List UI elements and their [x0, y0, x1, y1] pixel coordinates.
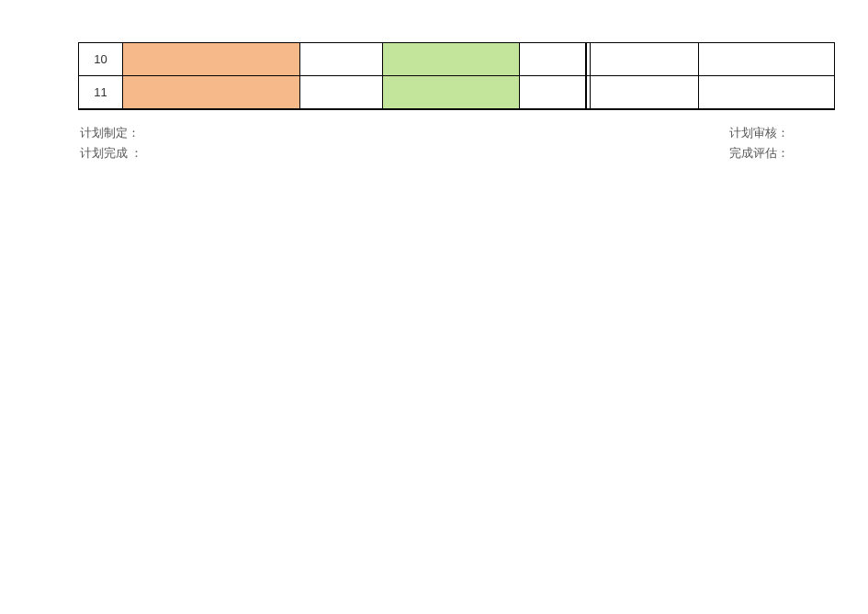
cell-orange [122, 43, 299, 76]
plan-table: 10 11 [78, 42, 835, 110]
cell-green [382, 43, 520, 76]
plan-complete-label: 计划完成 ： [80, 143, 142, 163]
cell-orange [122, 76, 299, 109]
label-row: 计划完成 ： 完成评估： [80, 143, 835, 163]
cell-blank [591, 76, 699, 109]
cell-blank [299, 43, 382, 76]
cell-blank [699, 76, 835, 109]
cell-green [382, 76, 520, 109]
label-row: 计划制定： 计划审核： [80, 123, 835, 143]
cell-blank [520, 76, 586, 109]
plan-review-label: 计划审核： [729, 123, 789, 143]
table: 10 11 [78, 42, 835, 110]
row-number: 10 [79, 43, 123, 76]
table-row: 11 [79, 76, 835, 109]
cell-blank [591, 43, 699, 76]
cell-blank [520, 43, 586, 76]
cell-blank [299, 76, 382, 109]
cell-blank [699, 43, 835, 76]
complete-eval-label: 完成评估： [729, 143, 789, 163]
table-row: 10 [79, 43, 835, 76]
footer-labels: 计划制定： 计划审核： 计划完成 ： 完成评估： [80, 123, 835, 163]
plan-create-label: 计划制定： [80, 123, 140, 143]
row-number: 11 [79, 76, 123, 109]
